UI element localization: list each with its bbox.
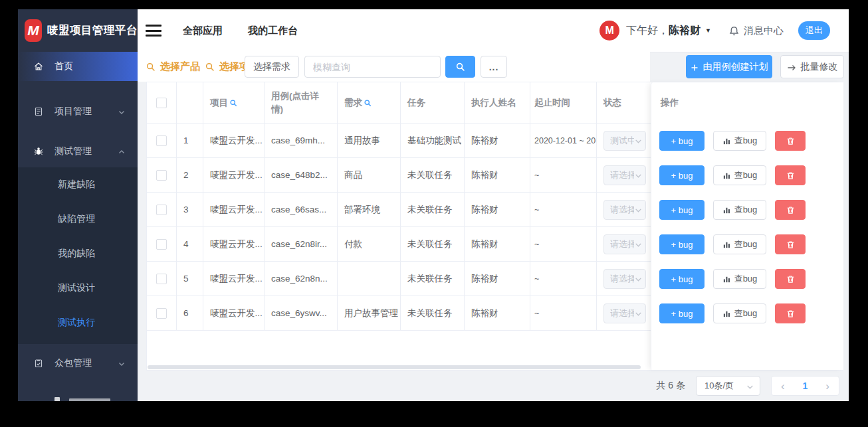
search-icon xyxy=(146,62,156,72)
user-menu-caret-icon[interactable]: ▼ xyxy=(705,27,711,34)
add-bug-button[interactable]: + bug xyxy=(659,269,705,289)
select-all-checkbox[interactable] xyxy=(156,98,167,108)
nav-all-apps[interactable]: 全部应用 xyxy=(183,25,223,37)
col-task: 任务 xyxy=(401,82,465,123)
plus-icon xyxy=(691,63,699,71)
status-select-value: 请选择 xyxy=(610,169,636,181)
add-bug-button[interactable]: + bug xyxy=(659,303,705,323)
status-select-value: 请选择 xyxy=(610,238,636,250)
view-bug-button[interactable]: 查bug xyxy=(713,234,766,254)
view-bug-button[interactable]: 查bug xyxy=(713,303,766,323)
row-checkbox[interactable] xyxy=(156,170,167,181)
app-window: M 唛盟项目管理平台 全部应用 我的工作台 M 下午好，陈裕财 ▼ 消息中心 退… xyxy=(18,9,849,401)
add-bug-button[interactable]: + bug xyxy=(659,131,705,151)
status-select-value: 请选择 xyxy=(610,204,636,216)
next-page-button[interactable]: › xyxy=(825,381,829,392)
sidebar-item-project-mgmt[interactable]: 项目管理 xyxy=(18,97,138,126)
clipped-menu-item[interactable] xyxy=(18,395,138,401)
logout-button[interactable]: 退出 xyxy=(798,21,830,40)
delete-button[interactable] xyxy=(775,269,806,289)
sidebar-item-home[interactable]: 首页 xyxy=(18,52,138,81)
cell-status: 请选择 xyxy=(597,158,657,192)
search-button[interactable] xyxy=(445,56,475,78)
view-bug-label: 查bug xyxy=(734,135,758,147)
cell-requirement: 用户故事管理 xyxy=(338,296,401,330)
sidebar-item-test-mgmt[interactable]: 测试管理 xyxy=(18,137,138,166)
delete-button[interactable] xyxy=(775,303,806,323)
status-select[interactable]: 请选择 xyxy=(603,234,646,254)
cell-index: 3 xyxy=(177,193,203,226)
cell-project: 唛盟云开发... xyxy=(203,296,265,330)
pagination: ‹ 1 › xyxy=(771,376,839,396)
cell-status: 请选择 xyxy=(597,227,657,261)
sidebar-item-crowd-mgmt[interactable]: 众包管理 xyxy=(18,349,138,378)
top-bar: M 唛盟项目管理平台 全部应用 我的工作台 M 下午好，陈裕财 ▼ 消息中心 退… xyxy=(18,9,849,52)
cell-project: 唛盟云开发... xyxy=(203,227,265,261)
app-title: 唛盟项目管理平台 xyxy=(47,23,138,38)
add-bug-button[interactable]: + bug xyxy=(659,165,705,185)
content-area: 选择产品 选择项目 选择需求 ... 由用例创建计划 xyxy=(138,52,849,401)
view-bug-button[interactable]: 查bug xyxy=(713,131,766,151)
fuzzy-search-input[interactable] xyxy=(304,56,441,78)
create-plan-button[interactable]: 由用例创建计划 xyxy=(686,55,772,78)
batch-edit-button[interactable]: 批量修改 xyxy=(780,55,844,78)
trash-icon xyxy=(786,274,796,284)
more-button[interactable]: ... xyxy=(481,56,507,78)
action-rows: + bug查bug+ bug查bug+ bug查bug+ bug查bug+ bu… xyxy=(651,124,843,331)
cell-status: 请选择 xyxy=(597,296,657,330)
delete-button[interactable] xyxy=(775,200,806,220)
sidebar-subitem-4[interactable]: 测试执行 xyxy=(18,305,138,340)
page-size-value: 10条/页 xyxy=(705,380,734,392)
status-select[interactable]: 请选择 xyxy=(603,165,646,185)
row-checkbox[interactable] xyxy=(156,239,167,250)
delete-button[interactable] xyxy=(775,234,806,254)
delete-button[interactable] xyxy=(775,165,806,185)
view-bug-button[interactable]: 查bug xyxy=(713,200,766,220)
search-icon[interactable] xyxy=(364,99,372,107)
select-requirement-button[interactable]: 选择需求 xyxy=(245,56,299,78)
col-actions: 操作 xyxy=(651,82,843,124)
cell-checkbox xyxy=(147,262,177,296)
status-select[interactable]: 请选择 xyxy=(603,303,646,323)
status-select[interactable]: 请选择 xyxy=(603,269,646,289)
bug-icon xyxy=(33,146,44,157)
cell-executor: 陈裕财 xyxy=(465,158,530,192)
cell-case: case_6yswv... xyxy=(265,296,338,330)
delete-button[interactable] xyxy=(775,131,806,151)
cell-executor: 陈裕财 xyxy=(465,296,530,330)
sidebar-subitem-2[interactable]: 我的缺陷 xyxy=(18,236,138,271)
horizontal-scrollbar[interactable] xyxy=(148,365,641,369)
status-select[interactable]: 请选择 xyxy=(603,200,646,220)
sidebar-subitem-3[interactable]: 测试设计 xyxy=(18,271,138,305)
cell-index: 2 xyxy=(177,158,203,192)
select-product-link[interactable]: 选择产品 xyxy=(160,60,200,73)
logo-icon: M xyxy=(25,19,42,42)
bell-icon[interactable] xyxy=(728,25,740,37)
cell-executor: 陈裕财 xyxy=(465,227,530,261)
row-checkbox[interactable] xyxy=(156,274,167,284)
sidebar-subitem-0[interactable]: 新建缺陷 xyxy=(18,167,138,202)
search-icon[interactable] xyxy=(229,99,237,107)
table-footer: 共 6 条 10条/页 ‹ 1 › xyxy=(138,371,849,401)
prev-page-button[interactable]: ‹ xyxy=(781,381,785,392)
message-center-link[interactable]: 消息中心 xyxy=(744,25,784,37)
menu-toggle-icon[interactable] xyxy=(146,25,162,37)
cell-dates: ~ xyxy=(530,262,597,296)
avatar[interactable]: M xyxy=(599,21,619,41)
status-select[interactable]: 测试中 xyxy=(603,131,646,151)
page-size-select[interactable]: 10条/页 xyxy=(696,376,760,396)
view-bug-button[interactable]: 查bug xyxy=(713,165,766,185)
batch-edit-label: 批量修改 xyxy=(801,61,838,73)
top-right: M 下午好，陈裕财 ▼ 消息中心 退出 xyxy=(599,21,830,41)
add-bug-button[interactable]: + bug xyxy=(659,234,705,254)
view-bug-button[interactable]: 查bug xyxy=(713,269,766,289)
row-checkbox[interactable] xyxy=(156,205,167,215)
cell-checkbox xyxy=(147,124,177,157)
row-checkbox[interactable] xyxy=(156,135,167,146)
sidebar-subitem-1[interactable]: 缺陷管理 xyxy=(18,202,138,236)
current-page-number[interactable]: 1 xyxy=(803,381,808,391)
nav-my-workbench[interactable]: 我的工作台 xyxy=(248,25,298,37)
add-bug-button[interactable]: + bug xyxy=(659,200,705,220)
row-checkbox[interactable] xyxy=(156,308,167,319)
top-nav: 全部应用 我的工作台 xyxy=(183,25,298,37)
